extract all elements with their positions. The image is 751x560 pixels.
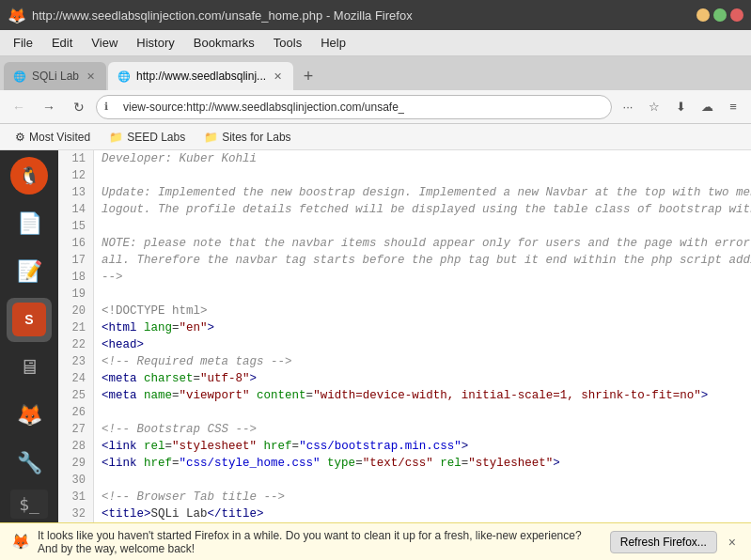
menu-button[interactable]: ≡	[721, 95, 745, 119]
download-button[interactable]: ⬇	[668, 95, 693, 119]
bookmark-label-1: Most Visited	[29, 131, 90, 144]
bookmarksbar: ⚙ Most Visited 📁 SEED Labs 📁 Sites for L…	[0, 124, 751, 150]
menu-history[interactable]: History	[127, 32, 183, 54]
line-number: 14	[58, 201, 94, 218]
line-number: 13	[58, 184, 94, 201]
notification-icon: 🦊	[11, 533, 30, 551]
line-number: 15	[58, 218, 94, 235]
bookmark-label-3: Sites for Labs	[222, 131, 290, 144]
navbar: ← → ↻ ℹ view-source:http://www.seedlabsq…	[0, 90, 751, 124]
bookmark-star[interactable]: ☆	[642, 95, 666, 119]
line-content: <meta name="viewport" content="width=dev…	[94, 387, 708, 404]
line-content: all. Therefore the navbar tag starts bef…	[94, 252, 751, 269]
line-number: 32	[58, 506, 94, 522]
line-content: NOTE: please note that the navbar items …	[94, 235, 751, 252]
bookmark-most-visited[interactable]: ⚙ Most Visited	[8, 129, 98, 146]
table-row: 29 <link href="css/style_home.css" type=…	[58, 455, 751, 472]
line-number: 26	[58, 404, 94, 421]
line-number: 27	[58, 421, 94, 438]
sidebar-settings[interactable]: S	[7, 298, 52, 342]
line-content: <!-- Browser Tab title -->	[94, 489, 285, 506]
reload-button[interactable]: ↻	[66, 94, 92, 120]
line-number: 21	[58, 319, 94, 336]
tab-close-1[interactable]: ✕	[85, 69, 97, 85]
more-button[interactable]: ···	[616, 95, 640, 119]
refresh-firefox-button[interactable]: Refresh Firefox...	[610, 531, 717, 553]
line-number: 23	[58, 353, 94, 370]
menu-edit[interactable]: Edit	[42, 32, 82, 54]
line-number: 24	[58, 370, 94, 387]
line-number: 17	[58, 252, 94, 269]
line-content: <!DOCTYPE html>	[94, 303, 208, 319]
table-row: 32 <title>SQLi Lab</title>	[58, 506, 751, 522]
line-content: <!-- Required meta tags -->	[94, 353, 292, 370]
menubar: File Edit View History Bookmarks Tools H…	[0, 30, 751, 56]
notification-close[interactable]: ×	[725, 531, 740, 553]
line-content: <!-- Bootstrap CSS -->	[94, 421, 257, 438]
code-content: 11Developer: Kuber Kohli1213Update: Impl…	[58, 150, 751, 522]
table-row: 15	[58, 218, 751, 235]
bookmark-seed-labs[interactable]: 📁 SEED Labs	[102, 129, 193, 146]
sidebar-terminal[interactable]: 🖥	[7, 346, 52, 390]
menu-help[interactable]: Help	[311, 32, 355, 54]
sidebar-ubuntu[interactable]: 🐧	[7, 154, 52, 198]
table-row: 20<!DOCTYPE html>	[58, 303, 751, 319]
table-row: 11Developer: Kuber Kohli	[58, 150, 751, 167]
table-row: 30	[58, 472, 751, 489]
back-button[interactable]: ←	[6, 94, 32, 120]
tab-label: SQLi Lab	[32, 70, 79, 83]
bookmark-folder-icon-2: 📁	[204, 131, 218, 144]
line-number: 11	[58, 150, 94, 167]
line-number: 12	[58, 167, 94, 184]
menu-tools[interactable]: Tools	[264, 32, 311, 54]
maximize-button[interactable]	[713, 8, 727, 22]
table-row: 31 <!-- Browser Tab title -->	[58, 489, 751, 506]
url-bar[interactable]: ℹ view-source:http://www.seedlabsqlinjec…	[96, 95, 612, 119]
line-content: <link href="css/style_home.css" type="te…	[94, 455, 560, 472]
menu-bookmarks[interactable]: Bookmarks	[184, 32, 264, 54]
tab-favicon: 🌐	[13, 70, 26, 83]
bookmark-sites-for-labs[interactable]: 📁 Sites for Labs	[196, 129, 298, 146]
table-row: 16NOTE: please note that the navbar item…	[58, 235, 751, 252]
source-view[interactable]: 11Developer: Kuber Kohli1213Update: Impl…	[58, 150, 751, 522]
menu-file[interactable]: File	[4, 32, 42, 54]
bookmark-icon-1: ⚙	[15, 131, 25, 144]
window-title: http://www.seedlabsqlinjection.com/unsaf…	[32, 8, 413, 23]
sidebar-files[interactable]: 📄	[7, 202, 52, 246]
sidebar-terminal2[interactable]: $_	[10, 490, 48, 519]
line-content: Developer: Kuber Kohli	[94, 150, 257, 167]
new-tab-button[interactable]: +	[295, 64, 321, 88]
line-content: <meta charset="utf-8">	[94, 370, 257, 387]
close-button[interactable]	[730, 8, 743, 22]
line-content: -->	[94, 269, 123, 286]
line-content: logout. The profile details fetched will…	[94, 201, 751, 218]
sync-button[interactable]: ☁	[695, 95, 719, 119]
minimize-button[interactable]	[696, 8, 710, 22]
tab-favicon2: 🌐	[117, 70, 131, 83]
table-row: 14logout. The profile details fetched wi…	[58, 201, 751, 218]
sidebar-tools[interactable]: 🔧	[7, 442, 52, 486]
tab-close-2[interactable]: ✕	[272, 69, 284, 85]
firefox-logo: 🦊	[8, 7, 26, 24]
tab-seedlab[interactable]: 🌐 http://www.seedlabsqlinj... ✕	[108, 62, 293, 90]
table-row: 27 <!-- Bootstrap CSS -->	[58, 421, 751, 438]
bookmark-label-2: SEED Labs	[127, 131, 185, 144]
table-row: 12	[58, 167, 751, 184]
table-row: 23 <!-- Required meta tags -->	[58, 353, 751, 370]
table-row: 25 <meta name="viewport" content="width=…	[58, 387, 751, 404]
line-content: <head>	[94, 336, 144, 353]
menu-view[interactable]: View	[82, 32, 127, 54]
table-row: 13Update: Implemented the new boostrap d…	[58, 184, 751, 201]
forward-button[interactable]: →	[36, 94, 62, 120]
sidebar-firefox[interactable]: 🦊	[7, 394, 52, 438]
line-content: Update: Implemented the new boostrap des…	[94, 184, 751, 201]
line-content: <html lang="en">	[94, 319, 214, 336]
table-row: 19	[58, 286, 751, 303]
table-row: 24 <meta charset="utf-8">	[58, 370, 751, 387]
tab-sqli-lab[interactable]: 🌐 SQLi Lab ✕	[4, 62, 106, 90]
line-number: 18	[58, 269, 94, 286]
line-content	[94, 286, 102, 303]
lock-icon: ℹ	[104, 101, 108, 113]
line-number: 16	[58, 235, 94, 252]
sidebar-editor[interactable]: 📝	[7, 250, 52, 294]
